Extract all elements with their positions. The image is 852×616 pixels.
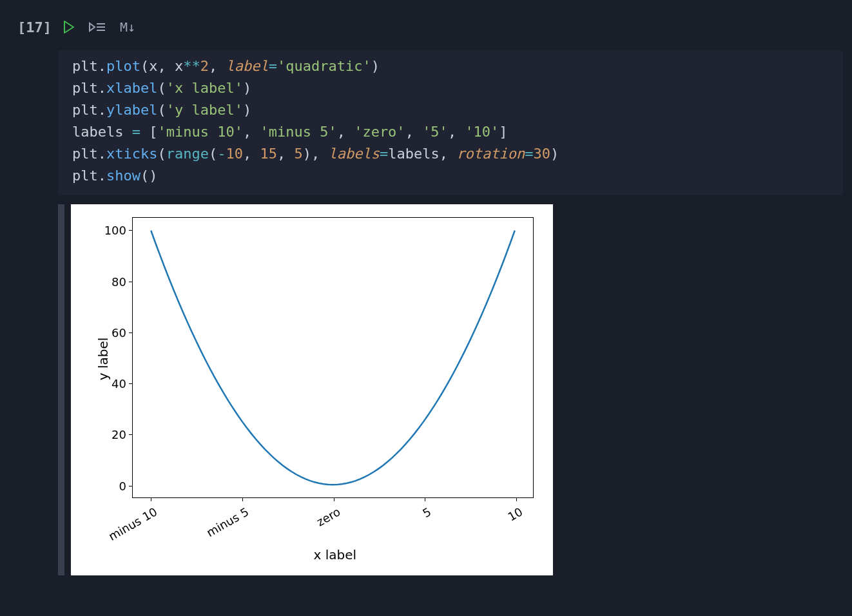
xtick-label: minus 10 xyxy=(104,501,160,543)
cell-toolbar: M↓ xyxy=(58,15,852,39)
xtick-label: zero xyxy=(312,501,342,529)
ytick-label: 20 xyxy=(111,428,133,441)
xtick-mark xyxy=(425,497,425,501)
cell-output: 020406080100minus 10minus 5zero510y labe… xyxy=(58,204,852,575)
xtick-label: minus 5 xyxy=(202,501,251,539)
ytick-label: 80 xyxy=(111,274,133,288)
xtick-mark xyxy=(242,497,243,501)
cell-execution-prompt: [17] xyxy=(0,0,58,35)
svg-marker-0 xyxy=(64,21,73,33)
convert-to-markdown-button[interactable]: M↓ xyxy=(120,19,135,35)
matplotlib-figure: 020406080100minus 10minus 5zero510y labe… xyxy=(71,204,553,575)
xtick-mark xyxy=(516,497,517,501)
ytick-label: 0 xyxy=(119,479,133,492)
line-series xyxy=(133,218,533,497)
code-editor[interactable]: plt.plot(x, x**2, label='quadratic') plt… xyxy=(58,50,843,195)
code-line: plt.xticks(range(-10, 15, 5), labels=lab… xyxy=(72,143,829,165)
notebook-cell: [17] M↓ plt.plot(x, x**2, label='quadrat… xyxy=(0,0,852,575)
xtick-mark xyxy=(151,497,151,501)
code-line: plt.ylabel('y label') xyxy=(72,99,829,121)
xtick-label: 5 xyxy=(418,501,433,520)
execution-count: [17] xyxy=(17,19,52,35)
run-by-line-button[interactable] xyxy=(89,21,106,34)
ytick-label: 100 xyxy=(104,224,133,237)
ytick-label: 60 xyxy=(111,325,133,339)
xtick-label: 10 xyxy=(503,501,525,524)
plot-area: 020406080100minus 10minus 5zero510 xyxy=(132,217,534,498)
output-gutter xyxy=(58,204,64,575)
ytick-label: 40 xyxy=(111,377,133,390)
svg-marker-1 xyxy=(90,23,95,31)
code-line: plt.show() xyxy=(72,165,829,187)
x-axis-label: x label xyxy=(314,547,357,563)
code-line: plt.plot(x, x**2, label='quadratic') xyxy=(72,55,829,77)
y-axis-label: y label xyxy=(95,337,111,380)
run-cell-button[interactable] xyxy=(63,21,75,34)
cell-body: M↓ plt.plot(x, x**2, label='quadratic') … xyxy=(58,0,852,575)
code-line: plt.xlabel('x label') xyxy=(72,77,829,99)
code-line: labels = ['minus 10', 'minus 5', 'zero',… xyxy=(72,121,829,143)
